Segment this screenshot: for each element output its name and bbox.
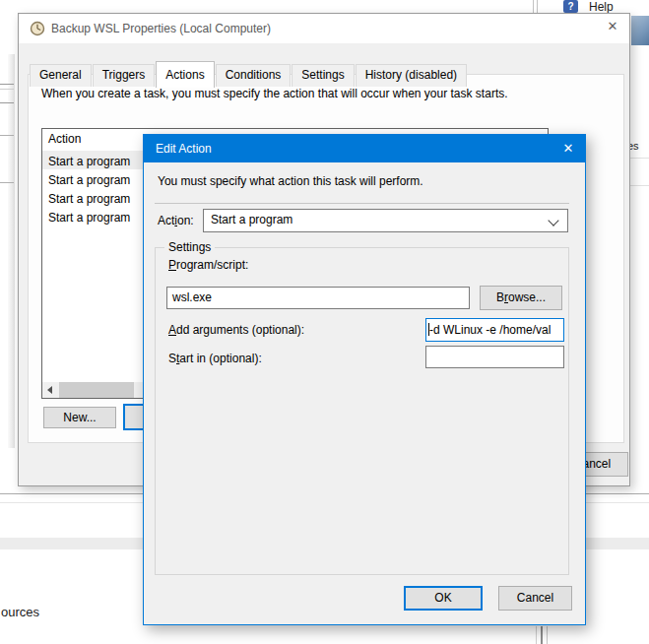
action-dropdown[interactable]: Start a program xyxy=(203,209,568,232)
edit-action-dialog: Edit Action ✕ You must specify what acti… xyxy=(143,134,586,625)
add-arguments-input[interactable]: -d WLinux -e /home/val xyxy=(425,318,564,342)
tab-strip: General Triggers Actions Conditions Sett… xyxy=(30,51,468,87)
dialog-title: Edit Action xyxy=(156,142,212,156)
start-in-input[interactable] xyxy=(425,346,564,368)
scrollbar-thumb[interactable] xyxy=(59,382,134,398)
task-clock-icon xyxy=(30,21,45,36)
screenshot-root: ? Help es ources Backup WSL Properties (… xyxy=(0,0,649,644)
window-title: Backup WSL Properties (Local Computer) xyxy=(51,22,271,35)
cancel-button[interactable]: Cancel xyxy=(498,586,572,611)
help-icon[interactable]: ? xyxy=(563,0,578,13)
action-label: Action: xyxy=(158,214,194,227)
add-arguments-label: Add arguments (optional): xyxy=(168,323,304,337)
tab-actions[interactable]: Actions xyxy=(156,61,214,88)
help-menu-label[interactable]: Help xyxy=(589,0,614,14)
dialog-instruction: You must specify what action this task w… xyxy=(158,174,571,188)
list-item[interactable]: Start a program xyxy=(48,153,130,171)
program-script-label: Program/script: xyxy=(168,258,248,272)
tab-description: When you create a task, you must specify… xyxy=(41,87,608,100)
start-in-label: Start in (optional): xyxy=(168,352,262,365)
background-left-scroll-strip xyxy=(8,54,15,448)
background-line xyxy=(0,89,14,90)
background-banner-graphic xyxy=(631,16,649,45)
tab-general[interactable]: General xyxy=(30,64,92,87)
background-scrollbar-fragment xyxy=(541,626,543,644)
browse-button[interactable]: Browse... xyxy=(480,286,562,310)
background-line xyxy=(0,102,14,103)
background-line xyxy=(0,182,14,183)
list-item[interactable]: Start a program xyxy=(48,209,130,227)
background-line xyxy=(0,84,14,85)
background-text-fragment: ources xyxy=(1,605,39,619)
tab-conditions[interactable]: Conditions xyxy=(216,64,292,87)
action-dropdown-value: Start a program xyxy=(211,213,292,226)
list-item[interactable]: Start a program xyxy=(48,171,130,190)
program-script-input[interactable]: wsl.exe xyxy=(166,287,470,309)
toolbar-separator xyxy=(533,0,534,13)
chevron-down-icon xyxy=(548,215,558,225)
list-item[interactable]: Start a program xyxy=(48,190,130,209)
action-list-header: Action xyxy=(48,132,81,146)
scrollbar-left-arrow-icon[interactable] xyxy=(42,382,59,398)
window-close-icon[interactable]: ✕ xyxy=(601,17,624,36)
separator xyxy=(155,203,569,204)
settings-groupbox: Settings Program/script: wsl.exe Browse.… xyxy=(155,247,569,575)
settings-group-label: Settings xyxy=(164,240,215,254)
background-scrollbar-fragment xyxy=(536,626,537,644)
tab-settings[interactable]: Settings xyxy=(292,64,354,87)
background-line xyxy=(0,135,14,136)
tab-triggers[interactable]: Triggers xyxy=(93,64,156,87)
background-scrollbar-fragment xyxy=(547,626,548,644)
tab-history[interactable]: History (disabled) xyxy=(356,64,467,87)
ok-button[interactable]: OK xyxy=(404,586,483,611)
toolbar-separator xyxy=(537,0,538,13)
new-button[interactable]: New... xyxy=(43,407,116,428)
dialog-close-icon[interactable]: ✕ xyxy=(556,138,580,160)
